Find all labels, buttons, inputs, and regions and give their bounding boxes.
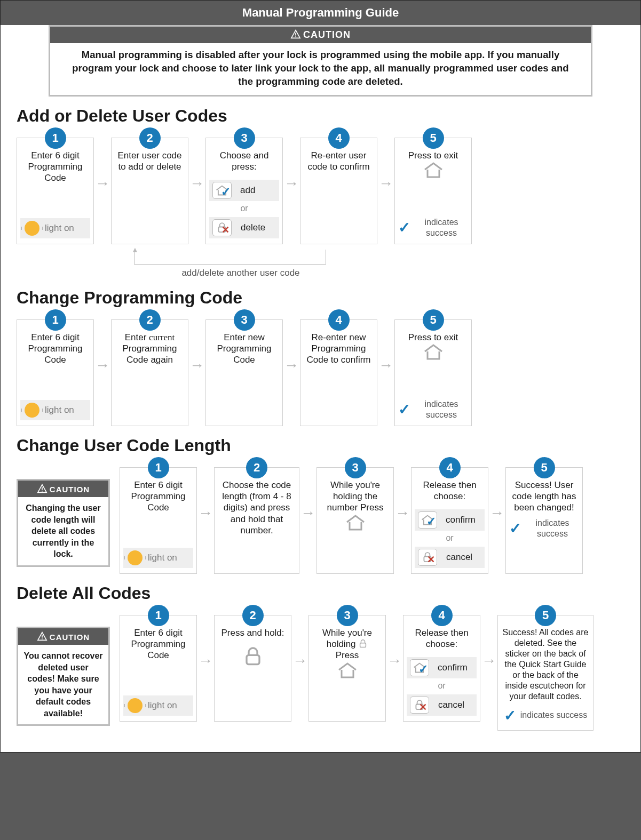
step-4: 4 Re-enter new Programming Code to confi…: [300, 319, 377, 426]
step-text: Release then choose:: [415, 479, 485, 502]
check-icon: ✓: [509, 519, 521, 538]
step-badge: 3: [337, 605, 358, 626]
cancel-label: cancel: [438, 699, 464, 710]
light-icon: [25, 221, 39, 236]
step-text: Success! All codes are deleted. See the …: [501, 627, 590, 702]
step-text: Re-enter user code to confirm: [304, 150, 374, 173]
caution-icon: [37, 631, 48, 641]
light-on-indicator: light on: [20, 400, 90, 420]
or-label: or: [446, 531, 453, 547]
caution-body: Changing the user code length will delet…: [18, 497, 108, 565]
step-5: 5 Press to exit ✓ indicates success: [394, 319, 472, 426]
steps-delete-all: CAUTION You cannot recover deleted user …: [17, 605, 624, 731]
section-heading-add-delete: Add or Delete User Codes: [17, 106, 624, 126]
confirm-row: ✓ confirm: [407, 657, 477, 678]
indicates-label: indicates success: [526, 518, 579, 539]
step-1: 1 Enter 6 digit Programming Code light o…: [17, 138, 94, 244]
step-2: 2 Enter current Programming Code again: [111, 319, 188, 426]
step-text: Enter 6 digit Programming Code: [20, 150, 90, 184]
section-heading-change-len: Change User Code Length: [17, 436, 624, 455]
step-badge: 3: [345, 457, 366, 478]
step-badge: 5: [535, 605, 556, 626]
svg-rect-8: [247, 655, 259, 664]
arrow-icon: →: [197, 615, 214, 669]
add-row: ✓ add: [209, 180, 279, 201]
indicates-success: ✓ indicates success: [398, 399, 468, 420]
step-3: 3 Enter new Programming Code: [205, 319, 283, 426]
arrow-icon: →: [94, 319, 111, 374]
step-4: 4 Release then choose: ✓ confirm or ✕: [403, 615, 480, 722]
mini-caution: CAUTION You cannot recover deleted user …: [17, 627, 110, 726]
step-5: 5 Press to exit ✓ indicates success: [394, 138, 472, 244]
add-label: add: [240, 185, 255, 196]
step-badge: 3: [234, 127, 255, 149]
caution-body: You cannot recover deleted user codes! M…: [18, 645, 108, 725]
indicates-success: ✓ indicates success: [504, 706, 587, 725]
step-text: Press to exit: [408, 150, 458, 161]
lock-icon: [358, 639, 368, 649]
light-on-indicator: light on: [20, 218, 90, 238]
svg-point-7: [42, 638, 43, 639]
light-on-label: light on: [45, 222, 74, 234]
house-icon: [423, 343, 444, 361]
step-4: 4 Release then choose: ✓ confirm or ✕: [411, 467, 488, 574]
step-2: 2 Choose the code length (from 4 - 8 dig…: [214, 467, 299, 574]
steps-add-delete: 1 Enter 6 digit Programming Code light o…: [17, 128, 624, 244]
confirm-row: ✓ confirm: [415, 509, 485, 531]
or-label: or: [240, 201, 248, 217]
house-icon: [423, 161, 444, 179]
check-icon: ✓: [418, 662, 428, 677]
caution-label: CAUTION: [50, 633, 90, 642]
light-on-label: light on: [45, 404, 74, 415]
house-icon: [337, 661, 358, 679]
cancel-label: cancel: [446, 551, 472, 563]
step-badge: 1: [148, 457, 169, 478]
step-badge: 1: [45, 127, 66, 149]
page-title: Manual Programming Guide: [1, 1, 640, 25]
light-icon: [128, 550, 143, 565]
caution-body: Manual programming is disabled after you…: [50, 43, 591, 95]
svg-point-1: [295, 36, 296, 37]
or-label: or: [438, 678, 445, 694]
step-text: Release then choose:: [407, 627, 477, 650]
arrow-icon: →: [291, 615, 308, 669]
light-on-indicator: light on: [123, 695, 193, 716]
step-text: Press and hold:: [221, 627, 284, 638]
svg-point-4: [42, 491, 43, 492]
cancel-row: ✕ cancel: [415, 547, 485, 568]
arrow-icon: →: [377, 138, 394, 192]
loop-note: add/delete another user code: [145, 268, 337, 278]
steps-change-len: CAUTION Changing the user code length wi…: [17, 458, 624, 574]
step-1: 1 Enter 6 digit Programming Code light o…: [120, 615, 197, 722]
light-icon: [25, 403, 39, 418]
confirm-label: confirm: [438, 662, 468, 673]
caution-icon: [290, 29, 301, 39]
step-2: 2 Enter user code to add or delete: [111, 138, 188, 244]
indicates-label: indicates success: [415, 399, 468, 420]
caution-header: CAUTION: [50, 27, 591, 43]
step-text: Press to exit: [408, 332, 458, 343]
steps-change-prog: 1 Enter 6 digit Programming Code light o…: [17, 310, 624, 426]
step-text: Enter user code to add or delete: [115, 150, 185, 173]
step-text: Enter 6 digit Programming Code: [123, 479, 193, 514]
arrow-icon: →: [377, 319, 394, 374]
arrow-icon: →: [386, 615, 403, 669]
step-badge: 2: [139, 127, 161, 149]
step-badge: 5: [534, 457, 555, 478]
step-text: Choose the code length (from 4 - 8 digit…: [218, 479, 296, 536]
step-5: 5 Success! User code length has been cha…: [505, 467, 583, 574]
step-badge: 5: [423, 309, 444, 331]
step-badge: 1: [148, 605, 169, 626]
arrow-icon: →: [480, 615, 497, 669]
check-icon: ✓: [504, 706, 516, 725]
step-badge: 2: [242, 605, 264, 626]
step-badge: 5: [423, 127, 444, 149]
light-icon: [128, 698, 143, 713]
svg-rect-9: [360, 643, 366, 647]
mini-caution: CAUTION Changing the user code length wi…: [17, 479, 110, 567]
content: Add or Delete User Codes 1 Enter 6 digit…: [1, 106, 640, 731]
arrow-icon: →: [94, 138, 111, 192]
step-badge: 4: [439, 457, 461, 478]
caution-header: CAUTION: [18, 481, 108, 497]
indicates-label: indicates success: [520, 710, 587, 721]
